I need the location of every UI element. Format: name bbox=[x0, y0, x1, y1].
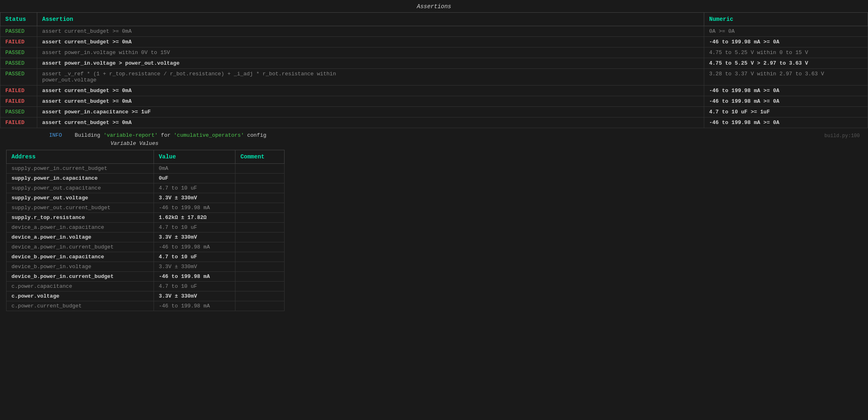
col-comment: Comment bbox=[235, 150, 285, 164]
list-item: supply.r_top.resistance1.62kΩ ± 17.82Ω bbox=[7, 213, 285, 223]
address-cell: device_b.power_in.current_budget bbox=[7, 272, 154, 282]
assertion-cell: assert current_budget >= 0mA bbox=[37, 37, 704, 47]
value-cell: 3.3V ± 330mV bbox=[154, 233, 235, 242]
assertion-cell: assert current_budget >= 0mA bbox=[37, 117, 704, 128]
value-cell: 4.7 to 10 uF bbox=[154, 183, 235, 193]
comment-cell bbox=[235, 252, 285, 262]
address-cell: supply.power_in.current_budget bbox=[7, 164, 154, 174]
value-cell: 4.7 to 10 uF bbox=[154, 282, 235, 291]
comment-cell bbox=[235, 213, 285, 223]
assertions-table: Status Assertion Numeric PASSEDassert cu… bbox=[0, 12, 868, 128]
comment-cell bbox=[235, 282, 285, 291]
page-title: Assertions bbox=[0, 0, 868, 12]
value-cell: -46 to 199.98 mA bbox=[154, 203, 235, 213]
table-row: PASSEDassert power_in.voltage within 0V … bbox=[0, 47, 868, 58]
table-row: FAILEDassert current_budget >= 0mA-46 to… bbox=[0, 37, 868, 47]
assertion-cell: assert _v_ref * (1 + r_top.resistance / … bbox=[37, 69, 704, 86]
numeric-cell: 4.75 to 5.25 V within 0 to 15 V bbox=[704, 47, 868, 58]
value-cell: 3.3V ± 330mV bbox=[154, 291, 235, 301]
list-item: device_b.power_in.current_budget-46 to 1… bbox=[7, 272, 285, 282]
value-cell: 4.7 to 10 uF bbox=[154, 223, 235, 233]
table-row: PASSEDassert power_in.capacitance >= 1uF… bbox=[0, 107, 868, 117]
build-ref: build.py:100 bbox=[825, 133, 868, 139]
address-cell: device_b.power_in.capacitance bbox=[7, 252, 154, 262]
list-item: device_a.power_in.current_budget-46 to 1… bbox=[7, 242, 285, 252]
numeric-cell: -46 to 199.98 mA >= 0A bbox=[704, 117, 868, 128]
col-numeric: Numeric bbox=[704, 13, 868, 26]
assertion-cell: assert current_budget >= 0mA bbox=[37, 86, 704, 96]
assertion-cell: assert current_budget >= 0mA bbox=[37, 26, 704, 37]
numeric-cell: -46 to 199.98 mA >= 0A bbox=[704, 37, 868, 47]
status-cell: FAILED bbox=[0, 96, 37, 107]
list-item: c.power.current_budget-46 to 199.98 mA bbox=[7, 301, 285, 311]
address-cell: c.power.current_budget bbox=[7, 301, 154, 311]
comment-cell bbox=[235, 262, 285, 272]
address-cell: supply.power_in.capacitance bbox=[7, 174, 154, 183]
list-item: device_b.power_in.voltage3.3V ± 330mV bbox=[7, 262, 285, 272]
numeric-cell: -46 to 199.98 mA >= 0A bbox=[704, 96, 868, 107]
value-cell: 3.3V ± 330mV bbox=[154, 262, 235, 272]
list-item: supply.power_in.current_budget0mA bbox=[7, 164, 285, 174]
status-cell: PASSED bbox=[0, 26, 37, 37]
comment-cell bbox=[235, 242, 285, 252]
comment-cell bbox=[235, 183, 285, 193]
numeric-cell: 3.28 to 3.37 V within 2.97 to 3.63 V bbox=[704, 69, 868, 86]
status-cell: FAILED bbox=[0, 86, 37, 96]
table-row: FAILEDassert current_budget >= 0mA-46 to… bbox=[0, 117, 868, 128]
numeric-cell: 0A >= 0A bbox=[704, 26, 868, 37]
list-item: device_a.power_in.capacitance4.7 to 10 u… bbox=[7, 223, 285, 233]
info-text-middle: for bbox=[161, 132, 174, 138]
variable-values-title: Variable Values bbox=[0, 140, 868, 150]
list-item: c.power.capacitance4.7 to 10 uF bbox=[7, 282, 285, 291]
list-item: supply.power_out.current_budget-46 to 19… bbox=[7, 203, 285, 213]
comment-cell bbox=[235, 272, 285, 282]
info-line: INFO Building 'variable-report' for 'cum… bbox=[0, 128, 868, 140]
address-cell: supply.power_out.voltage bbox=[7, 193, 154, 203]
value-cell: -46 to 199.98 mA bbox=[154, 301, 235, 311]
list-item: c.power.voltage3.3V ± 330mV bbox=[7, 291, 285, 301]
value-cell: 1.62kΩ ± 17.82Ω bbox=[154, 213, 235, 223]
info-label: INFO bbox=[49, 132, 62, 138]
numeric-cell: -46 to 199.98 mA >= 0A bbox=[704, 86, 868, 96]
status-cell: PASSED bbox=[0, 107, 37, 117]
status-cell: FAILED bbox=[0, 37, 37, 47]
address-cell: device_a.power_in.capacitance bbox=[7, 223, 154, 233]
info-text-before: Building bbox=[65, 132, 104, 138]
address-cell: c.power.voltage bbox=[7, 291, 154, 301]
assertion-cell: assert power_in.voltage within 0V to 15V bbox=[37, 47, 704, 58]
list-item: supply.power_in.capacitance0uF bbox=[7, 174, 285, 183]
list-item: supply.power_out.voltage3.3V ± 330mV bbox=[7, 193, 285, 203]
comment-cell bbox=[235, 223, 285, 233]
list-item: device_a.power_in.voltage3.3V ± 330mV bbox=[7, 233, 285, 242]
assertion-cell: assert power_in.capacitance >= 1uF bbox=[37, 107, 704, 117]
address-cell: supply.r_top.resistance bbox=[7, 213, 154, 223]
status-cell: PASSED bbox=[0, 58, 37, 69]
comment-cell bbox=[235, 174, 285, 183]
variable-values-table: Address Value Comment supply.power_in.cu… bbox=[6, 150, 285, 311]
info-text-after: config bbox=[247, 132, 267, 138]
value-cell: 3.3V ± 330mV bbox=[154, 193, 235, 203]
address-cell: c.power.capacitance bbox=[7, 282, 154, 291]
table-row: PASSEDassert _v_ref * (1 + r_top.resista… bbox=[0, 69, 868, 86]
address-cell: supply.power_out.capacitance bbox=[7, 183, 154, 193]
comment-cell bbox=[235, 193, 285, 203]
col-value: Value bbox=[154, 150, 235, 164]
value-cell: 0mA bbox=[154, 164, 235, 174]
info-string1: 'variable-report' bbox=[104, 132, 158, 138]
status-cell: PASSED bbox=[0, 47, 37, 58]
numeric-cell: 4.75 to 5.25 V > 2.97 to 3.63 V bbox=[704, 58, 868, 69]
value-cell: 4.7 to 10 uF bbox=[154, 252, 235, 262]
table-row: PASSEDassert power_in.voltage > power_ou… bbox=[0, 58, 868, 69]
address-cell: supply.power_out.current_budget bbox=[7, 203, 154, 213]
status-cell: FAILED bbox=[0, 117, 37, 128]
comment-cell bbox=[235, 301, 285, 311]
address-cell: device_b.power_in.voltage bbox=[7, 262, 154, 272]
value-cell: -46 to 199.98 mA bbox=[154, 242, 235, 252]
assertion-cell: assert power_in.voltage > power_out.volt… bbox=[37, 58, 704, 69]
address-cell: device_a.power_in.current_budget bbox=[7, 242, 154, 252]
address-cell: device_a.power_in.voltage bbox=[7, 233, 154, 242]
info-string2: 'cumulative_operators' bbox=[174, 132, 244, 138]
comment-cell bbox=[235, 203, 285, 213]
comment-cell bbox=[235, 233, 285, 242]
table-row: PASSEDassert current_budget >= 0mA0A >= … bbox=[0, 26, 868, 37]
